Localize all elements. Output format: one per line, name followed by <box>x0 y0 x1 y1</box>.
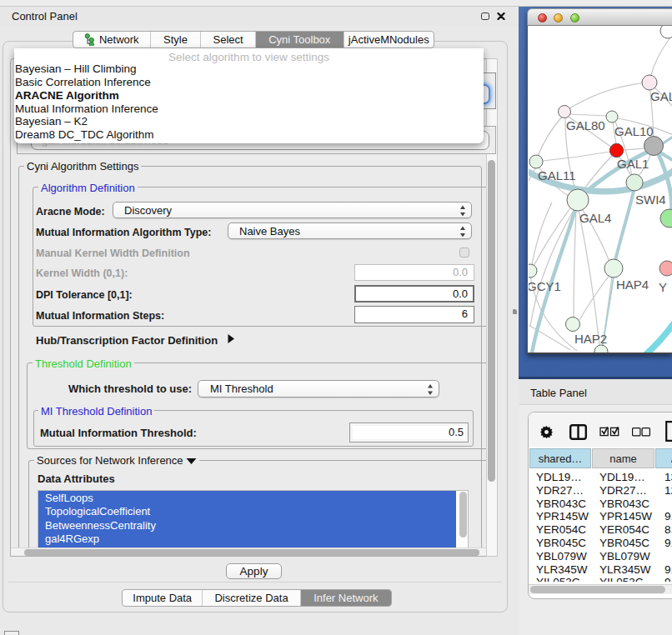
svg-text:Y: Y <box>659 280 667 294</box>
svg-text:GAL4: GAL4 <box>579 211 611 225</box>
svg-text:GAL11: GAL11 <box>538 168 576 182</box>
svg-text:HAP4: HAP4 <box>616 278 649 292</box>
svg-text:HAP2: HAP2 <box>574 332 607 346</box>
svg-text:GAL10: GAL10 <box>614 124 654 138</box>
svg-text:GAL1: GAL1 <box>617 157 649 171</box>
svg-text:GCY1: GCY1 <box>529 279 561 293</box>
svg-text:SWI4: SWI4 <box>635 192 666 207</box>
svg-text:GAL: GAL <box>650 89 672 103</box>
svg-text:GAL80: GAL80 <box>566 118 605 132</box>
